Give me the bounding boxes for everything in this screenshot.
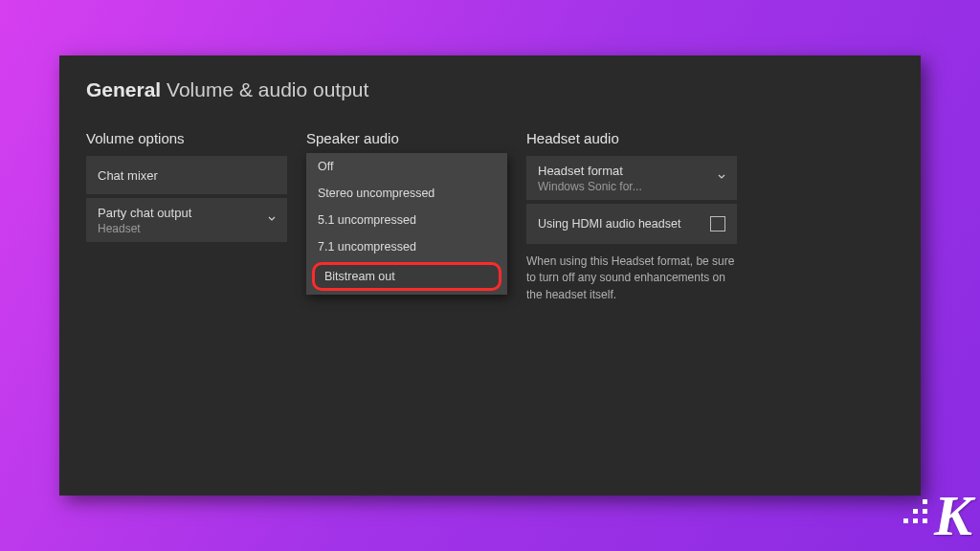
speaker-option-stereo[interactable]: Stereo uncompressed	[306, 180, 507, 207]
headset-format-label: Headset format	[538, 164, 623, 178]
headset-audio-header: Headset audio	[526, 130, 737, 146]
speaker-option-71[interactable]: 7.1 uncompressed	[306, 233, 507, 260]
headset-format-select[interactable]: Headset format Windows Sonic for...	[526, 156, 737, 200]
headset-hint: When using this Headset format, be sure …	[526, 253, 737, 303]
speaker-audio-header: Speaker audio	[306, 130, 507, 146]
party-chat-output-select[interactable]: Party chat output Headset	[86, 198, 287, 242]
chevron-down-icon	[716, 171, 727, 186]
speaker-option-off[interactable]: Off	[306, 153, 507, 180]
chat-mixer-label: Chat mixer	[98, 168, 158, 183]
volume-options-header: Volume options	[86, 130, 287, 146]
chat-mixer-button[interactable]: Chat mixer	[86, 156, 287, 194]
page-category: General	[86, 78, 161, 100]
page-subtitle: Volume & audio output	[167, 78, 368, 100]
page-title: General Volume & audio output	[86, 78, 894, 101]
chevron-down-icon	[266, 213, 278, 228]
speaker-audio-column: Speaker audio Off Stereo uncompressed 5.…	[306, 130, 507, 303]
hdmi-audio-checkbox-row[interactable]: Using HDMI audio headset	[526, 204, 737, 244]
settings-panel: General Volume & audio output Volume opt…	[59, 55, 921, 496]
headset-format-value: Windows Sonic for...	[538, 180, 642, 193]
volume-options-column: Volume options Chat mixer Party chat out…	[86, 130, 287, 303]
hdmi-audio-label: Using HDMI audio headset	[538, 217, 680, 231]
speaker-option-51[interactable]: 5.1 uncompressed	[306, 207, 507, 233]
party-chat-value: Headset	[98, 222, 141, 235]
speaker-option-bitstream[interactable]: Bitstream out	[312, 262, 501, 291]
headset-audio-column: Headset audio Headset format Windows Son…	[526, 130, 737, 303]
speaker-audio-dropdown[interactable]: Off Stereo uncompressed 5.1 uncompressed…	[306, 153, 507, 295]
logo-dots	[903, 499, 928, 524]
party-chat-label: Party chat output	[98, 206, 191, 220]
columns: Volume options Chat mixer Party chat out…	[86, 130, 894, 303]
checkbox-icon	[710, 216, 725, 231]
watermark-logo: K	[934, 483, 972, 549]
